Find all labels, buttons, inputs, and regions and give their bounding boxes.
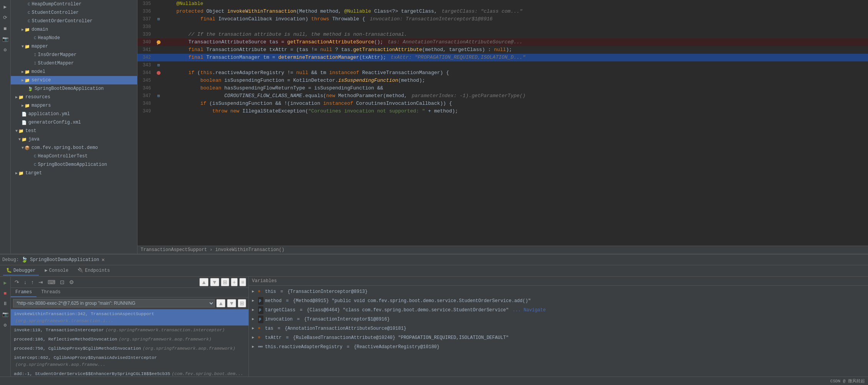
folder-icon: 📁 [25,78,30,83]
folder-icon: 📁 [18,95,24,100]
frames-btn[interactable]: ⊡ [58,278,66,286]
tree-label: model [31,69,45,74]
tree-item-generatorConfig[interactable]: 📄 generatorConfig.xml [11,118,137,127]
left-icon-1[interactable]: ▶ [3,3,8,11]
thread-down-btn[interactable]: ▼ [227,299,236,307]
left-icon-2[interactable]: ⟳ [2,14,8,21]
tab-debugger[interactable]: 🐛 Debugger [3,266,39,276]
tree-item-model[interactable]: ▶ 📁 model [11,68,137,76]
var-chevron-invocation[interactable]: ▶ [252,316,257,323]
var-chevron-reactiveAdapterRegistry[interactable]: ▶ [252,343,257,351]
var-chevron-this[interactable]: ▶ [252,288,257,296]
debug-sub-tabs: Frames Threads [11,288,248,297]
gutter-343: ⊞ [155,61,162,69]
thread-dropdown[interactable]: *http-nio-8080-exec-2*@7,625 in group "m… [13,299,215,307]
settings-debug-btn[interactable]: ⚙ [68,278,76,286]
tree-item-StudentOrderController[interactable]: C StudentOrderController [11,17,137,25]
tree-item-test[interactable]: ▼ 📁 test [11,127,137,135]
debug-panel: Debug: 🍃 SpringBootDemoApplication ✕ 🐛 D… [0,254,868,377]
frame-main-5: add:-1, StudentOrderService$$EnhancerByS… [14,370,170,377]
debugger-icon: 🐛 [6,268,12,273]
debug-title-bar: Debug: 🍃 SpringBootDemoApplication ✕ [0,254,868,265]
stop-btn[interactable]: ■ [3,290,8,297]
status-bar: CSDN @ 微风轻起 [0,377,868,385]
filter-btn[interactable]: ⊞ [221,278,229,286]
tree-item-HeapControllerTest[interactable]: C HeapControllerTest [11,152,137,160]
var-value-method: {Method@8915} "public void com.fev.sprin… [293,297,531,305]
thread-up-btn[interactable]: ▲ [216,299,225,307]
tab-console[interactable]: ▶ Console [42,266,72,276]
step-out-btn[interactable]: ↑ [30,278,35,286]
line-num-341: 341 [137,46,155,54]
tree-item-com-fev[interactable]: ▼ 📦 com.fev.spring.boot.demo [11,144,137,152]
tree-item-StudentMapper[interactable]: I StudentMapper [11,59,137,68]
frame-item-5[interactable]: add:-1, StudentOrderService$$EnhancerByS… [11,369,248,377]
tab-endpoints[interactable]: 🔌 Endpoints [75,266,113,276]
resume-btn[interactable]: ▶ [3,279,8,287]
tree-item-resources[interactable]: ▶ 📁 resources [11,93,137,101]
tree-item-mappers[interactable]: ▶ 📁 mappers [11,101,137,110]
step-into-btn[interactable]: ↓ [22,278,28,286]
debug-close-btn[interactable]: ✕ [101,256,104,263]
var-icon-method: p [258,297,263,305]
pause-btn[interactable]: ⏸ [2,300,8,307]
breadcrumb-class[interactable]: TransactionAspectSupport › invokeWithinT… [141,247,284,253]
breakpoint-dot-344[interactable] [157,71,161,75]
endpoints-icon: 🔌 [78,268,83,273]
tree-item-service[interactable]: ▶ 📁 service [11,76,137,84]
frame-pkg-3: (org.springframework.aop.framework) [142,345,235,352]
tree-item-HeapDumpController[interactable]: C HeapDumpController [11,0,137,8]
left-icon-4[interactable]: 📷 [2,35,9,43]
thread-filter-btn[interactable]: ⊞ [238,299,246,307]
left-icon-5[interactable]: ⚙ [3,46,8,54]
add-btn[interactable]: + [231,278,238,286]
tree-item-HeapNode[interactable]: C HeapNode [11,34,137,42]
tree-item-java[interactable]: ▼ 📁 java [11,135,137,144]
tab-endpoints-label: Endpoints [85,268,110,273]
frame-item-0[interactable]: invokeWithinTransaction:342, Transaction… [11,309,248,326]
settings-btn[interactable]: ⚙ [3,321,8,329]
var-chevron-targetClass[interactable]: ▶ [252,306,257,314]
tree-label: mappers [31,103,51,108]
navigate-link-targetClass[interactable]: ... Navigate [513,306,546,314]
var-eq-method: = [283,297,292,305]
tree-item-InsOrderMapper[interactable]: I InsOrderMapper [11,51,137,59]
frame-item-2[interactable]: proceed:186, ReflectiveMethodInvocation … [11,335,248,344]
more-btn[interactable]: ≡ [239,278,246,286]
tree-label: domain [31,27,48,32]
frame-item-4[interactable]: intercept:692, CglibAopProxy$DynamicAdvi… [11,353,248,369]
frame-item-3[interactable]: proceed:750, CglibAopProxy$CglibMethodIn… [11,344,248,353]
evaluate-btn[interactable]: ⌨ [46,278,57,286]
breakpoint-dot-340[interactable]: ✓ [157,40,161,44]
run-to-cursor-btn[interactable]: ⇥ [37,278,45,286]
frame-pkg-1: (org.springframework.transaction.interce… [106,327,225,334]
var-eq-txAttr: = [283,334,292,342]
tree-item-domain[interactable]: ▶ 📁 domain [11,25,137,34]
tree-item-SpringBootDemoApp2[interactable]: C SpringBootDemoApplication [11,160,137,169]
frame-item-1[interactable]: invoke:119, TransactionInterceptor (org.… [11,326,248,335]
folder-icon: 📦 [25,145,30,150]
tree-item-mapper[interactable]: ▼ 📁 mapper [11,42,137,51]
scroll-up-btn[interactable]: ▲ [199,278,209,286]
var-chevron-tas[interactable]: ▶ [252,325,257,332]
code-content-344: if (this.reactiveAdapterRegistry != null… [162,69,868,77]
scroll-down-btn[interactable]: ▼ [210,278,219,286]
tree-item-application-yml[interactable]: 📄 application.yml [11,110,137,118]
line-num-349: 349 [137,107,155,115]
tree-item-target[interactable]: ▶ 📁 target [11,169,137,177]
sub-tab-frames[interactable]: Frames [11,288,36,297]
debug-app-icon: 🍃 [21,256,28,263]
tree-item-StudentController[interactable]: C StudentController [11,8,137,17]
sub-tab-threads[interactable]: Threads [36,288,65,297]
variables-list: ▶ ≡ this = {TransactionInterceptor@8913}… [249,286,868,377]
tree-item-SpringBootApp[interactable]: 🍃 SpringBootDemoApplication [11,84,137,93]
screenshot-btn[interactable]: 📷 [2,311,9,318]
tree-label: target [25,170,42,176]
var-chevron-txAttr[interactable]: ▶ [252,334,257,342]
var-chevron-method[interactable]: ▶ [252,297,257,305]
tree-label: SpringBootDemoApplication [38,162,107,167]
line-num-344: 344 [137,69,155,77]
step-over-btn[interactable]: ↷ [13,278,21,286]
gutter-347: ⊞ [155,92,162,100]
left-icon-3[interactable]: ◼ [3,25,8,32]
